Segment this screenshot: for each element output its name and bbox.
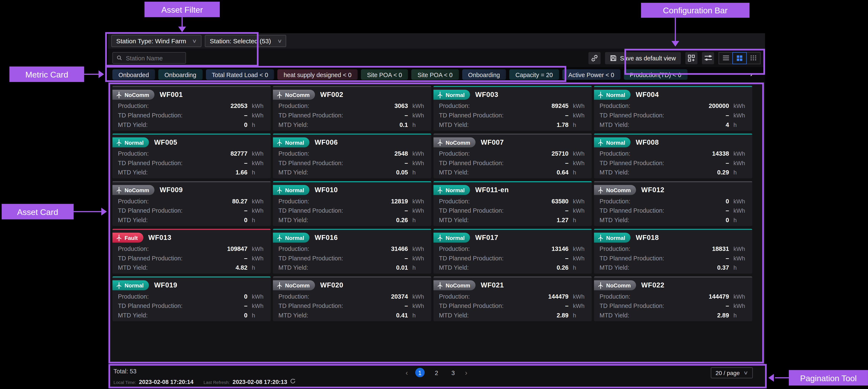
- production-unit: kWh: [252, 245, 265, 252]
- production-unit: kWh: [412, 293, 426, 300]
- mtd-yield-value: 0.29: [717, 169, 729, 176]
- metric-card-chip[interactable]: Production(TD) < 0: [624, 69, 687, 80]
- mtd-yield-row: MTD Yield: 1.78h: [439, 121, 586, 128]
- status-badge-label: NoComm: [446, 282, 470, 288]
- mtd-yield-unit: h: [573, 312, 586, 319]
- asset-card[interactable]: Normal WF006 Production: 2548kWh TD Plan…: [273, 133, 431, 178]
- wind-turbine-icon: [276, 234, 283, 241]
- status-badge-label: Fault: [125, 235, 138, 241]
- status-badge-label: Normal: [446, 187, 465, 193]
- share-link-button[interactable]: [589, 52, 601, 64]
- status-badge-label: Normal: [606, 235, 625, 241]
- next-page-button[interactable]: ›: [465, 368, 467, 378]
- wind-turbine-icon: [437, 282, 443, 289]
- asset-card[interactable]: NoComm WF022 Production: 144479kWh TD Pl…: [594, 276, 752, 321]
- asset-card-header: NoComm WF007: [439, 138, 586, 147]
- td-planned-production-value: –: [565, 207, 568, 214]
- asset-card-header: Normal WF017: [439, 233, 586, 243]
- display-settings-button[interactable]: [702, 52, 714, 64]
- production-value: 18831: [712, 245, 729, 252]
- td-planned-production-value: –: [405, 112, 408, 118]
- list-view-button[interactable]: [719, 52, 733, 64]
- mtd-yield-label: MTD Yield:: [439, 121, 469, 128]
- mtd-yield-label: MTD Yield:: [439, 312, 469, 319]
- asset-card[interactable]: Normal WF010 Production: 12819kWh TD Pla…: [273, 181, 431, 226]
- asset-name: WF012: [641, 186, 664, 194]
- asset-card[interactable]: NoComm WF001 Production: 22053kWh TD Pla…: [112, 86, 271, 131]
- dense-view-button[interactable]: [746, 52, 761, 64]
- production-value: 80.27: [232, 198, 247, 204]
- metric-card-chip[interactable]: Site POA < 0: [411, 69, 459, 80]
- save-default-view-button[interactable]: Save as default view: [605, 52, 681, 64]
- status-badge: Normal: [433, 185, 470, 195]
- metric-card-chip[interactable]: Active Power < 0: [562, 69, 620, 80]
- production-label: Production:: [278, 198, 309, 204]
- station-type-dropdown[interactable]: Station Type: Wind Farm ∨: [111, 35, 201, 47]
- metric-card-chip[interactable]: heat supply designed < 0: [278, 69, 358, 80]
- mtd-yield-row: MTD Yield: 0.29h: [599, 169, 747, 176]
- card-view-button[interactable]: [732, 52, 747, 64]
- annotation-arrow-line: [775, 377, 789, 378]
- total-count: Total: 53: [114, 368, 136, 375]
- td-planned-production-row: TD Planned Production: –kWh: [278, 207, 426, 214]
- mtd-yield-unit: h: [252, 217, 265, 223]
- mtd-yield-row: MTD Yield: 0.37h: [599, 264, 747, 271]
- asset-card[interactable]: Fault WF013 Production: 109847kWh TD Pla…: [112, 229, 271, 273]
- asset-card[interactable]: Normal WF008 Production: 14338kWh TD Pla…: [594, 133, 752, 178]
- asset-card[interactable]: Normal WF019 Production: 0kWh TD Planned…: [112, 276, 271, 321]
- asset-card[interactable]: Normal WF011-en Production: 63580kWh TD …: [433, 181, 592, 226]
- production-row: Production: 18831kWh: [599, 245, 747, 252]
- production-unit: kWh: [733, 150, 747, 157]
- metric-card-chip[interactable]: Onboarded: [112, 69, 155, 80]
- asset-card[interactable]: Normal WF018 Production: 18831kWh TD Pla…: [594, 229, 752, 273]
- mtd-yield-value: 1.78: [557, 121, 568, 128]
- asset-card[interactable]: NoComm WF007 Production: 25710kWh TD Pla…: [433, 133, 592, 178]
- page-3-button[interactable]: 3: [448, 368, 458, 378]
- td-planned-production-unit: kWh: [412, 255, 426, 262]
- asset-card[interactable]: NoComm WF012 Production: 0kWh TD Planned…: [594, 181, 752, 226]
- metric-card-row: Onboarded Onboarding Total Rated Load < …: [108, 67, 765, 82]
- page-size-select[interactable]: 20 / page ∨: [711, 367, 753, 378]
- metric-card-chip[interactable]: Onboarding: [158, 69, 203, 80]
- station-dropdown[interactable]: Station: Selected (53) ∨: [205, 35, 286, 47]
- prev-page-button[interactable]: ‹: [406, 368, 408, 378]
- production-row: Production: 20374kWh: [278, 293, 426, 300]
- asset-card[interactable]: Normal WF017 Production: 13146kWh TD Pla…: [433, 229, 592, 273]
- asset-card[interactable]: Normal WF004 Production: 200000kWh TD Pl…: [594, 86, 752, 131]
- asset-name: WF011-en: [475, 186, 509, 194]
- asset-card[interactable]: NoComm WF009 Production: 80.27kWh TD Pla…: [112, 181, 271, 226]
- page-2-button[interactable]: 2: [432, 368, 441, 378]
- td-planned-production-label: TD Planned Production:: [278, 112, 343, 118]
- add-widget-button[interactable]: [685, 52, 698, 64]
- asset-card[interactable]: Normal WF003 Production: 89245kWh TD Pla…: [433, 86, 592, 131]
- mtd-yield-row: MTD Yield: 2.89h: [599, 312, 747, 319]
- td-planned-production-value: –: [405, 255, 408, 262]
- chips-scroll-right-icon[interactable]: ›: [750, 70, 752, 78]
- wind-turbine-icon: [437, 186, 443, 193]
- production-value: 89245: [552, 102, 568, 109]
- asset-card[interactable]: NoComm WF021 Production: 144479kWh TD Pl…: [433, 276, 592, 321]
- asset-card[interactable]: Normal WF016 Production: 31466kWh TD Pla…: [273, 229, 431, 273]
- station-search[interactable]: [112, 52, 186, 64]
- production-label: Production:: [599, 245, 630, 252]
- mtd-yield-label: MTD Yield:: [278, 264, 308, 271]
- asset-card[interactable]: Normal WF005 Production: 82777kWh TD Pla…: [112, 133, 271, 178]
- production-value: 0: [725, 198, 729, 204]
- asset-card[interactable]: NoComm WF020 Production: 20374kWh TD Pla…: [273, 276, 431, 321]
- refresh-icon[interactable]: [290, 379, 296, 384]
- mtd-yield-row: MTD Yield: 0h: [118, 121, 265, 128]
- production-label: Production:: [118, 293, 149, 300]
- asset-card[interactable]: NoComm WF002 Production: 3063kWh TD Plan…: [273, 86, 431, 131]
- metric-card-chip[interactable]: Capacity = 20: [509, 69, 559, 80]
- metric-card-chip[interactable]: Site POA < 0: [361, 69, 408, 80]
- asset-name: WF003: [475, 91, 498, 99]
- metric-card-chip[interactable]: Onboarding: [462, 69, 506, 80]
- status-badge: Normal: [594, 90, 630, 100]
- metric-card-chip[interactable]: Total Rated Load < 0: [206, 69, 274, 80]
- wind-turbine-icon: [116, 91, 122, 98]
- page-1-button[interactable]: 1: [415, 368, 425, 378]
- search-input[interactable]: [125, 54, 182, 62]
- pagination-bar: Total: 53 Local Time: 2023-02-08 17:20:1…: [108, 364, 765, 388]
- production-unit: kWh: [733, 245, 747, 252]
- status-badge-label: NoComm: [285, 92, 310, 98]
